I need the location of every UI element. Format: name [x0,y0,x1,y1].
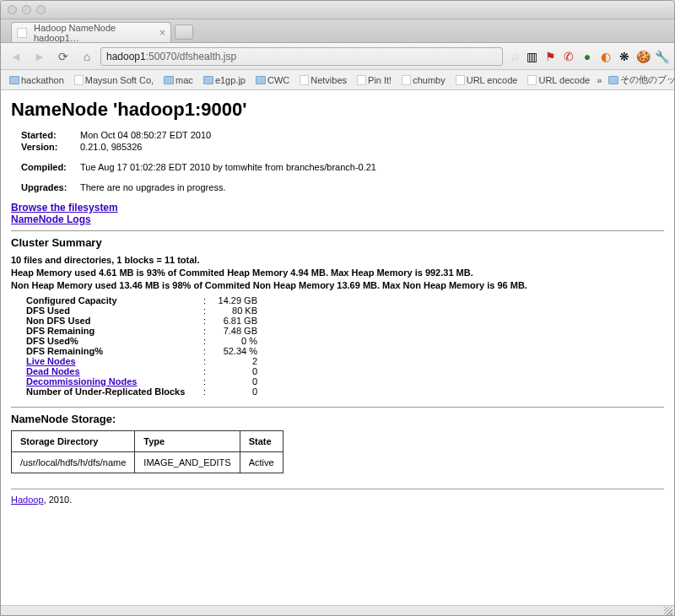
folder-icon [608,76,618,84]
bookmark-item[interactable]: Netvibes [296,75,350,85]
stats-table: Configured Capacity:14.29 GBDFS Used:80 … [26,295,262,397]
zoom-icon[interactable] [36,5,46,14]
stat-link[interactable]: Decommissioning Nodes [26,376,137,386]
url-bar[interactable]: hadoop1:50070/dfshealth.jsp [100,47,503,66]
storage-cell: /usr/local/hdfs/h/dfs/name [12,451,135,473]
stat-label[interactable]: Live Nodes [26,356,203,366]
reload-button[interactable]: ⟳ [53,47,73,66]
meta-label: Compiled: [21,161,80,173]
stat-value: 0 [212,376,262,386]
bookmark-item[interactable]: e1gp.jp [200,75,249,85]
close-icon[interactable] [8,5,17,14]
storage-cell: Active [240,451,283,473]
bookmark-item[interactable]: CWC [252,75,293,85]
extension-icon[interactable]: 🍪 [635,49,651,64]
meta-label: Started: [21,129,80,141]
folder-icon [203,76,213,84]
stat-link[interactable]: Live Nodes [26,356,76,366]
meta-value: There are no upgrades in progress. [80,181,381,193]
extension-icon[interactable]: ❋ [617,49,632,64]
extension-icon[interactable]: ▥ [524,49,539,64]
bookmark-item[interactable]: hackathon [6,75,68,85]
storage-header: Storage Directory [12,430,135,451]
tab-title: Hadoop NameNode hadoop1… [34,23,147,43]
meta-value: 0.21.0, 985326 [80,141,381,153]
browser-tab[interactable]: Hadoop NameNode hadoop1… × [11,22,171,42]
stat-value: 0 [212,386,262,397]
extension-icon[interactable]: ● [580,49,595,64]
stat-value: 52.34 % [212,346,262,356]
bookmark-item[interactable]: mac [160,75,197,85]
page-title: NameNode 'hadoop1:9000' [11,99,664,121]
browse-filesystem-link[interactable]: Browse the filesystem [11,202,118,213]
storage-header: Type [135,430,240,451]
stat-label[interactable]: Decommissioning Nodes [26,376,203,386]
titlebar [1,1,674,19]
storage-heading: NameNode Storage: [11,413,664,425]
storage-cell: IMAGE_AND_EDITS [135,451,240,473]
stat-label: DFS Remaining [26,326,203,336]
tab-favicon [17,28,27,38]
page-icon [300,75,309,85]
bookmark-item[interactable]: Maysun Soft Co, [71,75,157,85]
stat-label[interactable]: Dead Nodes [26,366,203,376]
forward-button[interactable]: ► [30,47,50,66]
stat-value: 80 KB [212,305,262,316]
stat-value: 0 % [212,336,262,346]
meta-label: Version: [21,141,80,153]
status-bar [1,605,674,616]
bookmark-item[interactable]: chumby [398,75,449,85]
new-tab-button[interactable] [175,24,193,40]
stat-label: Non DFS Used [26,316,203,326]
bookmarks-bar: hackathon Maysun Soft Co, mac e1gp.jp CW… [1,70,674,90]
bookmark-star-icon[interactable]: ☆ [510,50,521,63]
bookmark-item[interactable]: Pin It! [354,75,395,85]
namenode-logs-link[interactable]: NameNode Logs [11,213,91,225]
page-content: NameNode 'hadoop1:9000' Started:Mon Oct … [1,90,674,605]
close-icon[interactable]: × [159,27,165,39]
page-icon [527,75,537,85]
toolbar: ◄ ► ⟳ ⌂ hadoop1:50070/dfshealth.jsp ☆ ▥ … [1,43,674,70]
stat-value: 2 [212,356,262,366]
home-button[interactable]: ⌂ [77,47,97,66]
extension-icon[interactable]: ✆ [561,49,576,64]
divider [11,230,664,231]
stat-link[interactable]: Dead Nodes [26,366,80,376]
extension-icon[interactable]: ⚑ [543,49,558,64]
folder-icon [164,76,174,84]
page-icon [74,75,84,85]
meta-table: Started:Mon Oct 04 08:50:27 EDT 2010 Ver… [21,129,381,193]
page-icon [456,75,465,85]
footer: Hadoop, 2010. [11,494,664,505]
folder-icon [9,76,19,84]
resize-grip-icon[interactable] [664,607,672,615]
other-bookmarks[interactable]: その他のブックマーク [605,73,675,86]
bookmark-item[interactable]: URL decode [524,75,593,85]
url-host: hadoop1 [106,51,146,62]
minimize-icon[interactable] [22,5,31,14]
stat-value: 6.81 GB [212,316,262,326]
stat-label: Configured Capacity [26,295,203,305]
stat-label: DFS Remaining% [26,346,203,356]
stat-label: Number of Under-Replicated Blocks [26,386,203,397]
page-icon [357,75,366,85]
bookmarks-overflow[interactable]: » [597,75,602,85]
meta-value: Mon Oct 04 08:50:27 EDT 2010 [80,129,381,141]
hadoop-link[interactable]: Hadoop [11,494,44,505]
back-button[interactable]: ◄ [6,47,26,66]
bookmark-item[interactable]: URL encode [452,75,521,85]
divider [11,489,664,489]
stat-value: 0 [212,366,262,376]
wrench-icon[interactable]: 🔧 [654,49,669,64]
storage-header: State [240,430,283,451]
stat-value: 7.48 GB [212,326,262,336]
tab-bar: Hadoop NameNode hadoop1… × [1,19,674,43]
url-rest: :50070/dfshealth.jsp [146,51,236,62]
cluster-summary-heading: Cluster Summary [11,236,664,249]
summary-text: 10 files and directories, 1 blocks = 11 … [11,254,664,292]
storage-table: Storage Directory Type State /usr/local/… [11,430,284,473]
stat-label: DFS Used% [26,336,203,346]
browser-window: Hadoop NameNode hadoop1… × ◄ ► ⟳ ⌂ hadoo… [0,0,675,616]
meta-label: Upgrades: [21,181,80,193]
extension-icon[interactable]: ◐ [598,49,613,64]
